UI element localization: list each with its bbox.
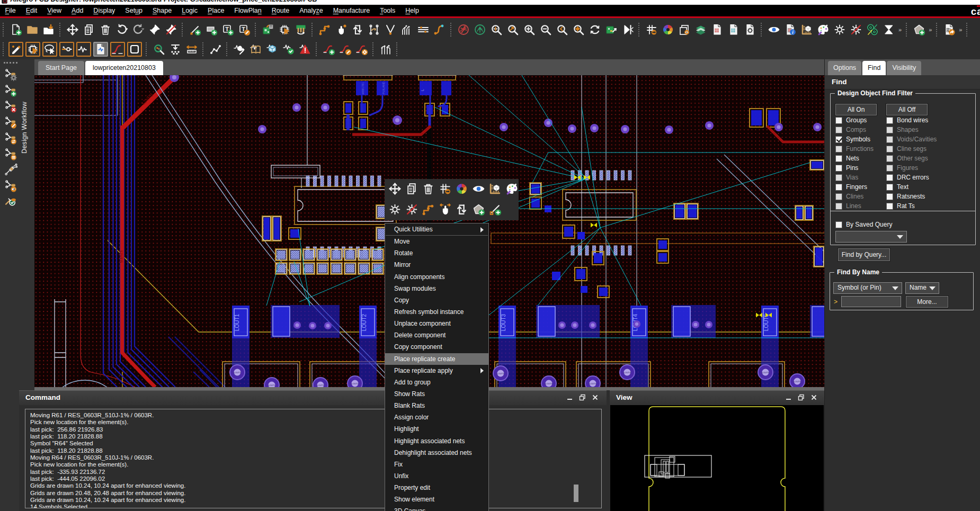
wf-edit-icon[interactable] [3, 114, 19, 130]
report-red-icon[interactable] [710, 22, 724, 37]
edit-text-icon[interactable]: T [237, 22, 251, 37]
zoom-fit-icon[interactable] [571, 22, 585, 37]
all-off-button[interactable]: All Off [886, 104, 928, 115]
net-tree-icon[interactable] [378, 42, 393, 57]
menu-item-delete-component[interactable]: Delete component [385, 329, 488, 341]
filter-ratsnests-row[interactable]: Ratsnests [886, 192, 925, 201]
command-console-output[interactable]: Moving R61 / RES_0603R_510J-1% / 0603R.P… [25, 409, 602, 508]
filter-lines-row[interactable]: Lines [835, 202, 861, 210]
menu-item-highlight[interactable]: Highlight [385, 423, 488, 435]
route-curve-icon[interactable] [432, 22, 447, 37]
menu-item-rotate[interactable]: Rotate [385, 247, 488, 259]
route-hand-icon[interactable] [334, 22, 348, 37]
filter-pins-checkbox[interactable] [835, 165, 842, 172]
menu-item-highlight-associated-nets[interactable]: Highlight associated nets [385, 435, 488, 447]
wave-model-icon[interactable] [265, 42, 279, 57]
menu-flowplan[interactable]: FlowPlan [229, 5, 266, 16]
mode-frame-icon[interactable] [127, 42, 142, 57]
filter-pins-row[interactable]: Pins [835, 164, 858, 172]
filter-clines-row[interactable]: Clines [835, 192, 863, 201]
menu-item-property-edit[interactable]: Property edit [385, 482, 488, 494]
view-window-titlebar[interactable]: View [610, 390, 824, 405]
polyline-icon[interactable] [208, 42, 222, 57]
filter-symbols-checkbox[interactable] [835, 136, 842, 143]
drc-update-green-icon[interactable] [473, 22, 487, 37]
menu-item-copy-component[interactable]: Copy component [385, 341, 488, 353]
mode-pin-icon[interactable] [59, 42, 74, 57]
filter-lines-checkbox[interactable] [835, 203, 842, 210]
wave-tools-icon[interactable] [232, 42, 246, 57]
mode-etch-icon[interactable] [42, 42, 57, 57]
menu-item-show-element[interactable]: Show element [385, 494, 488, 505]
menu-item-copy[interactable]: Copy [385, 294, 488, 306]
mode-curve-icon[interactable] [110, 42, 125, 57]
filter-bond-wires-row[interactable]: Bond wires [886, 116, 928, 124]
toolbar-overflow-chevron[interactable]: » [929, 26, 932, 33]
wave-warning-icon[interactable] [298, 42, 312, 57]
menu-item-place-replicate-apply[interactable]: Place replicate apply [385, 365, 488, 376]
filter-fingers-row[interactable]: Fingers [835, 183, 867, 191]
filter-rat-ts-row[interactable]: Rat Ts [886, 202, 915, 210]
route-fan-icon[interactable] [399, 22, 414, 37]
curve-edit-icon[interactable] [338, 42, 352, 57]
wave-check-icon[interactable] [281, 42, 296, 57]
wf-component-icon[interactable] [3, 162, 19, 178]
palette-icon[interactable] [505, 182, 519, 196]
wf-swap-icon[interactable] [3, 130, 19, 146]
filter-drc-errors-row[interactable]: DRC errors [886, 173, 929, 182]
filter-clines-checkbox[interactable] [835, 193, 842, 200]
dehighlight-icon[interactable] [405, 202, 419, 217]
wf-list-icon[interactable] [3, 146, 19, 162]
swap-marks-icon[interactable] [865, 22, 879, 37]
filter-comps-row[interactable]: Comps [835, 125, 866, 134]
eye-icon[interactable] [471, 182, 486, 196]
route-swap-icon[interactable] [350, 22, 364, 37]
all-on-button[interactable]: All On [835, 104, 877, 115]
command-close-button[interactable] [591, 394, 599, 402]
filter-functions-checkbox[interactable] [835, 146, 842, 153]
move-icon[interactable] [388, 182, 402, 196]
mode-placement-icon[interactable] [25, 42, 40, 57]
menu-route[interactable]: Route [266, 5, 294, 16]
visibility-eye-icon[interactable] [767, 22, 781, 37]
filter-text-checkbox[interactable] [886, 184, 893, 191]
menu-item-fix[interactable]: Fix [385, 459, 488, 470]
filter-nets-row[interactable]: Nets [835, 154, 859, 163]
wf-probe-icon[interactable] [3, 178, 19, 194]
filter-cline-segs-checkbox[interactable] [886, 146, 893, 153]
filter-text-row[interactable]: Text [886, 183, 908, 191]
copy-icon[interactable] [405, 182, 419, 196]
shape-add-icon[interactable] [471, 202, 486, 217]
filter-shapes-row[interactable]: Shapes [886, 125, 919, 134]
mode-shape-icon[interactable] [93, 42, 108, 57]
menu-item-dehighlight-associated-nets[interactable]: Dehighlight associated nets [385, 447, 488, 459]
wf-finish-icon[interactable] [3, 194, 19, 210]
zoom-points-icon[interactable] [505, 22, 520, 37]
command-restore-button[interactable] [578, 394, 586, 402]
dehighlight-icon[interactable] [849, 22, 863, 37]
find-by-name-mode-dropdown[interactable]: Name [905, 282, 939, 294]
copy-icon[interactable] [82, 22, 96, 37]
view-minimap[interactable] [610, 405, 824, 511]
mode-general-icon[interactable] [8, 42, 23, 57]
filter-groups-checkbox[interactable] [835, 117, 842, 124]
menu-item-show-rats[interactable]: Show Rats [385, 388, 488, 400]
more-button[interactable]: More... [906, 296, 948, 308]
menu-shape[interactable]: Shape [148, 5, 177, 16]
filter-vias-row[interactable]: Vias [835, 173, 858, 182]
unpin-icon[interactable] [164, 22, 178, 37]
menu-item-unfix[interactable]: Unfix [385, 470, 488, 482]
search-net-icon[interactable] [152, 42, 166, 57]
menu-logic[interactable]: Logic [177, 5, 203, 16]
menu-edit[interactable]: Edit [21, 5, 42, 16]
menu-item-3d-canvas[interactable]: 3D Canvas [385, 505, 488, 511]
filter-shapes-checkbox[interactable] [886, 127, 893, 133]
drc-update-red-icon[interactable] [456, 22, 470, 37]
param-doc-icon[interactable] [743, 22, 757, 37]
flow-plan-icon[interactable] [168, 42, 182, 57]
redraw-icon[interactable] [587, 22, 602, 37]
filter-nets-checkbox[interactable] [835, 155, 842, 162]
route-elbow-icon[interactable] [317, 22, 332, 37]
menu-item-mirror[interactable]: Mirror [385, 259, 488, 271]
menu-item-blank-rats[interactable]: Blank Rats [385, 400, 488, 411]
